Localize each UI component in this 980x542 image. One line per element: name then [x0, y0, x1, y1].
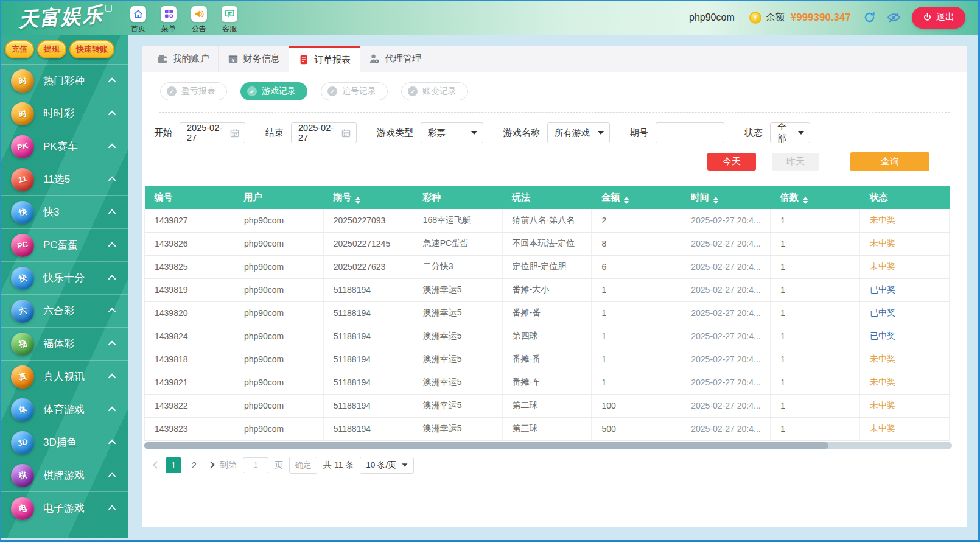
table-cell: 1: [771, 371, 860, 394]
tab-order-report[interactable]: 订单报表: [289, 46, 360, 72]
sort-icon[interactable]: [355, 197, 360, 204]
sidebar-item[interactable]: 体体育游戏: [0, 393, 128, 426]
power-icon: [923, 13, 932, 22]
sidebar-item-label: 时时彩: [43, 107, 110, 121]
horizontal-scrollbar-track[interactable]: [144, 442, 952, 449]
sidebar-item[interactable]: 快快3: [0, 195, 128, 228]
nav-item-menu[interactable]: 菜单: [161, 6, 177, 34]
nav-item-notice[interactable]: 公告: [191, 6, 207, 34]
sidebar-item[interactable]: 1111选5: [0, 163, 128, 195]
sidebar-item[interactable]: 真真人视讯: [0, 360, 128, 393]
issue-input[interactable]: [656, 122, 724, 143]
column-header[interactable]: 期号: [323, 186, 413, 209]
total-count-label: 共 11 条: [323, 460, 354, 471]
prev-page-icon[interactable]: [153, 461, 161, 469]
horizontal-scrollbar-thumb[interactable]: [144, 442, 828, 449]
sidebar-item[interactable]: PKPK赛车: [0, 130, 128, 163]
lottery-ball-icon: PC: [11, 234, 34, 257]
game-type-select[interactable]: 彩票: [421, 122, 483, 143]
table-cell: php90com: [234, 278, 323, 301]
page-number-button[interactable]: 2: [186, 457, 202, 473]
sidebar-item[interactable]: 六六合彩: [0, 294, 128, 327]
subtab-label: 游戏记录: [262, 86, 296, 97]
sidebar-item[interactable]: 福福体彩: [0, 327, 128, 360]
status-value: 全部: [777, 121, 792, 144]
brand-logo: 天富娱乐: [0, 4, 130, 31]
lottery-ball-icon: 六: [11, 300, 34, 323]
table-cell: php90com: [234, 209, 323, 232]
table-cell: 1439818: [145, 348, 234, 371]
eye-off-icon[interactable]: [887, 10, 901, 24]
lottery-ball-icon: 福: [11, 333, 34, 356]
table-row: 1439827php90com20250227093168幸运飞艇猜前八名-第八…: [145, 209, 950, 232]
filter-row: 开始 2025-02-27 结束 2025-02-27 游戏类型 彩票 游戏名称: [154, 122, 967, 143]
confirm-button[interactable]: 确定: [289, 457, 317, 474]
lottery-ball-icon: 棋: [11, 464, 34, 487]
pagination: 12 到第 页 确定 共 11 条 10 条/页: [154, 457, 967, 474]
nav-item-label: 首页: [131, 24, 145, 34]
table-cell: 20250227093: [323, 209, 413, 232]
subtab-pill[interactable]: ✓盈亏报表: [160, 82, 227, 100]
lottery-ball-icon: 体: [11, 398, 34, 421]
sidebar-item-label: 体育游戏: [43, 403, 110, 417]
dashed-separator: [159, 112, 950, 113]
refresh-icon[interactable]: [863, 11, 876, 24]
per-page-select[interactable]: 10 条/页: [360, 457, 414, 474]
sort-icon[interactable]: [624, 197, 629, 204]
logout-button[interactable]: 退出: [912, 7, 965, 29]
column-header: 用户: [234, 186, 323, 209]
subtab-pill[interactable]: ✓账变记录: [401, 82, 468, 100]
sidebar-item[interactable]: 时时时彩: [0, 97, 128, 130]
table-cell: php90com: [234, 232, 323, 255]
column-header[interactable]: 金额: [592, 186, 681, 209]
tab-finance-info[interactable]: ¥财务信息: [219, 46, 289, 72]
sidebar-item[interactable]: 棋棋牌游戏: [0, 459, 128, 491]
status-select[interactable]: 全部: [770, 122, 810, 143]
quick-button-recharge[interactable]: 充值: [5, 40, 34, 58]
next-page-icon[interactable]: [207, 461, 215, 469]
table-cell: 2025-02-27 20:4...: [681, 325, 771, 348]
sidebar-item[interactable]: 3D3D捕鱼: [0, 426, 128, 459]
logo-seal-icon: [105, 5, 112, 12]
table-cell: 已中奖: [860, 325, 950, 348]
start-date-input[interactable]: 2025-02-27: [180, 122, 245, 143]
status-badge: 已中奖: [870, 308, 895, 317]
table-cell: php90com: [234, 255, 323, 278]
quick-button-quick-transfer[interactable]: 快速转账: [69, 40, 114, 58]
subtab-pill[interactable]: ✓追号记录: [321, 82, 388, 100]
subtab-pill[interactable]: ✓游戏记录: [240, 82, 307, 100]
today-button[interactable]: 今天: [707, 153, 756, 171]
tab-agent-manage[interactable]: 代理管理: [360, 46, 430, 72]
page-number-button[interactable]: 1: [166, 457, 181, 473]
quick-button-withdraw[interactable]: 提现: [37, 40, 66, 58]
column-header[interactable]: 时间: [681, 186, 771, 209]
yesterday-button[interactable]: 昨天: [772, 153, 819, 171]
sidebar-item-label: 电子游戏: [43, 501, 110, 515]
sort-icon[interactable]: [713, 197, 718, 204]
table-cell: 2025-02-27 20:4...: [681, 255, 771, 278]
action-buttons-row: 今天 昨天 查询: [142, 152, 967, 171]
sidebar-item[interactable]: 电电子游戏: [0, 491, 128, 524]
records-table: 编号用户期号彩种玩法金额时间倍数状态 1439827php90com202502…: [144, 186, 950, 441]
sidebar-item[interactable]: PCPC蛋蛋: [0, 228, 128, 261]
header-right: php90com ¥ 余额 ¥999390.347: [689, 7, 980, 29]
chevron-down-icon: [402, 463, 407, 466]
nav-item-label: 菜单: [161, 24, 176, 34]
table-cell: 2025-02-27 20:4...: [681, 417, 771, 440]
query-button[interactable]: 查询: [850, 152, 929, 171]
nav-item-service[interactable]: 客服: [222, 6, 237, 34]
sidebar-item-label: 快3: [43, 205, 110, 219]
lottery-ball-icon: 快: [11, 201, 34, 224]
sort-icon[interactable]: [803, 197, 808, 204]
column-header[interactable]: 倍数: [771, 186, 860, 209]
goto-page-input[interactable]: [243, 457, 268, 473]
table-cell: 未中奖: [860, 394, 950, 417]
tab-my-account[interactable]: 我的账户: [148, 46, 219, 72]
sidebar-item[interactable]: 时热门彩种: [0, 64, 128, 97]
table-cell: 51188194: [323, 301, 413, 325]
sidebar-item[interactable]: 快快乐十分: [0, 261, 128, 294]
game-name-select[interactable]: 所有游戏: [547, 122, 610, 143]
nav-item-home[interactable]: 首页: [130, 6, 146, 34]
end-date-input[interactable]: 2025-02-27: [291, 122, 357, 143]
tab-bar: 我的账户¥财务信息订单报表代理管理: [142, 46, 967, 72]
